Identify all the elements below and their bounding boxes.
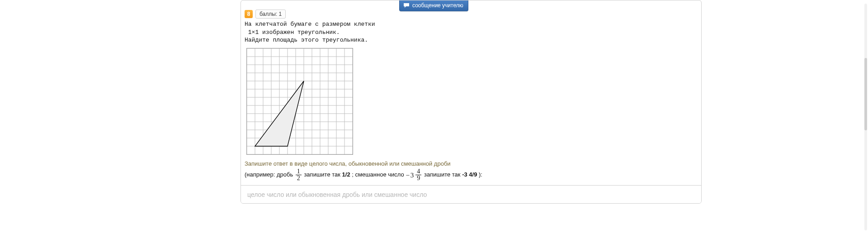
task-points-pill: баллы: 1: [255, 10, 286, 19]
grid-triangle-figure: [246, 48, 353, 155]
hint-line-2: (например: дробь 1 2 запишите так 1/2 ; …: [245, 168, 698, 181]
message-teacher-button[interactable]: сообщение учителю: [399, 0, 468, 11]
fraction-1-over-2: 1 2: [296, 168, 302, 181]
task-statement: На клетчатой бумаге с размером клетки 1×…: [241, 19, 701, 44]
answer-format-hint: Запишите ответ в виде целого числа, обык…: [241, 157, 701, 182]
hint-line-1: Запишите ответ в виде целого числа, обык…: [245, 159, 698, 169]
task-header-row: 8 баллы: 1: [241, 10, 701, 19]
page-scrollbar[interactable]: [864, 4, 867, 230]
task-card: сообщение учителю 8 баллы: 1 На клетчато…: [241, 0, 702, 204]
task-number-badge: 8: [245, 10, 253, 18]
grid-svg: [247, 48, 353, 154]
page-scrollbar-thumb[interactable]: [864, 58, 867, 130]
mixed-number-neg-3-4-9: − 3 4 9: [406, 168, 422, 181]
speech-bubble-icon: [403, 3, 410, 8]
message-teacher-label: сообщение учителю: [412, 2, 463, 9]
answer-input[interactable]: [241, 185, 701, 203]
